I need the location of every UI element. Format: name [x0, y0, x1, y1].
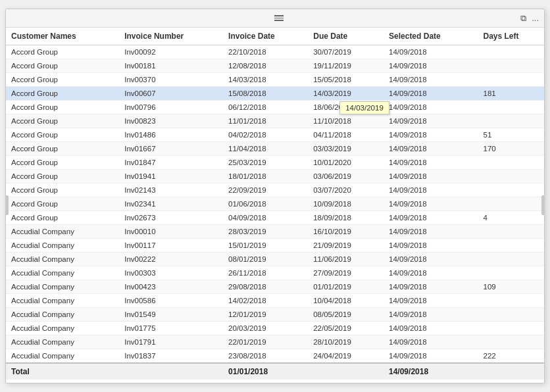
cell-selected-date: 14/09/2018	[384, 45, 478, 59]
cell-days-left	[478, 45, 544, 59]
table-row: Accord GroupInv0009222/10/201830/07/2019…	[6, 45, 544, 59]
cell-invoice: Inv02143	[119, 184, 223, 197]
cell-selected-date: 14/09/2018	[384, 294, 478, 308]
resize-handle-right[interactable]	[541, 195, 544, 215]
cell-customer: Accord Group	[6, 101, 119, 114]
cell-days-left	[478, 73, 544, 87]
cell-invoice: Inv01941	[119, 170, 223, 184]
cell-days-left: 4	[478, 211, 544, 225]
table-row: Accudial CompanyInv0183723/08/201824/04/…	[6, 349, 544, 364]
cell-days-left: 51	[478, 128, 544, 142]
cell-invoice: Inv00117	[119, 239, 223, 253]
cell-days-left	[478, 253, 544, 266]
col-days-left[interactable]: Days Left	[478, 28, 544, 45]
cell-customer: Accord Group	[6, 156, 119, 170]
cell-customer: Accord Group	[6, 73, 119, 87]
col-due-date[interactable]: Due Date	[308, 28, 384, 45]
table-footer-row: Total 01/01/2018 14/09/2018	[6, 363, 544, 380]
footer-label: Total	[6, 363, 119, 380]
cell-invoice-date: 22/10/2018	[223, 45, 308, 59]
cell-selected-date: 14/09/2018	[384, 59, 478, 73]
cell-days-left: 170	[478, 142, 544, 156]
cell-due-date: 10/04/2018	[308, 294, 384, 308]
cell-selected-date: 14/09/2018	[384, 156, 478, 170]
cell-customer: Accord Group	[6, 197, 119, 211]
table-row: Accudial CompanyInv0030326/11/201827/09/…	[6, 266, 544, 280]
cell-invoice-date: 22/01/2019	[223, 335, 308, 349]
cell-customer: Accord Group	[6, 211, 119, 225]
cell-invoice-date: 28/03/2019	[223, 225, 308, 239]
cell-invoice-date: 15/01/2019	[223, 239, 308, 253]
cell-invoice-date: 08/01/2019	[223, 253, 308, 266]
cell-days-left	[478, 225, 544, 239]
cell-days-left: 181	[478, 87, 544, 101]
cell-due-date: 16/10/2019	[308, 225, 384, 239]
cell-invoice: Inv01847	[119, 156, 223, 170]
cell-invoice: Inv01486	[119, 128, 223, 142]
footer-empty3	[478, 363, 544, 380]
table-row: Accudial CompanyInv0179122/01/201928/10/…	[6, 335, 544, 349]
cell-selected-date: 14/09/2018	[384, 101, 478, 114]
cell-customer: Accudial Company	[6, 308, 119, 322]
cell-invoice-date: 25/03/2019	[223, 156, 308, 170]
cell-days-left	[478, 239, 544, 253]
cell-due-date: 03/03/2019	[308, 142, 384, 156]
cell-due-date: 19/11/2019	[308, 59, 384, 73]
cell-due-date: 18/06/2019	[308, 101, 384, 114]
cell-invoice-date: 20/03/2019	[223, 322, 308, 335]
cell-customer: Accord Group	[6, 114, 119, 128]
cell-due-date: 11/10/2018	[308, 114, 384, 128]
cell-invoice-date: 11/04/2018	[223, 142, 308, 156]
col-customer-names[interactable]: Customer Names	[6, 28, 119, 45]
cell-selected-date: 14/09/2018	[384, 322, 478, 335]
footer-empty1	[119, 363, 223, 380]
cell-invoice-date: 26/11/2018	[223, 266, 308, 280]
col-selected-date[interactable]: Selected Date	[384, 28, 478, 45]
table-row: Accudial CompanyInv0058614/02/201810/04/…	[6, 294, 544, 308]
cell-customer: Accord Group	[6, 184, 119, 197]
hamburger-icon[interactable]	[274, 15, 284, 21]
cell-invoice: Inv00181	[119, 59, 223, 73]
cell-invoice-date: 14/03/2018	[223, 73, 308, 87]
table-row: Accord GroupInv0267304/09/201818/09/2018…	[6, 211, 544, 225]
cell-due-date: 08/05/2019	[308, 308, 384, 322]
col-invoice-number[interactable]: Invoice Number	[119, 28, 223, 45]
cell-invoice: Inv00586	[119, 294, 223, 308]
cell-due-date: 10/01/2020	[308, 156, 384, 170]
main-window: ⧉ ... Customer Names Invoice Number Invo…	[5, 9, 545, 383]
cell-due-date: 21/09/2019	[308, 239, 384, 253]
cell-days-left	[478, 266, 544, 280]
cell-days-left	[478, 184, 544, 197]
cell-customer: Accord Group	[6, 45, 119, 59]
cell-due-date: 03/06/2019	[308, 170, 384, 184]
cell-invoice-date: 06/12/2018	[223, 101, 308, 114]
cell-invoice-date: 12/08/2018	[223, 59, 308, 73]
table-row: Accudial CompanyInv0177520/03/201922/05/…	[6, 322, 544, 335]
more-icon[interactable]: ...	[532, 13, 539, 23]
table-container: Customer Names Invoice Number Invoice Da…	[6, 28, 544, 383]
cell-selected-date: 14/09/2018	[384, 184, 478, 197]
cell-selected-date: 14/09/2018	[384, 142, 478, 156]
cell-days-left	[478, 308, 544, 322]
cell-invoice: Inv00823	[119, 114, 223, 128]
col-invoice-date[interactable]: Invoice Date	[223, 28, 308, 45]
cell-due-date: 27/09/2019	[308, 266, 384, 280]
expand-icon[interactable]: ⧉	[520, 13, 526, 24]
table-row: Accord GroupInv0148604/02/201804/11/2018…	[6, 128, 544, 142]
table-row: Accord GroupInv0018112/08/201819/11/2019…	[6, 59, 544, 73]
cell-days-left	[478, 322, 544, 335]
cell-invoice: Inv00222	[119, 253, 223, 266]
cell-days-left	[478, 197, 544, 211]
cell-days-left	[478, 170, 544, 184]
cell-due-date: 22/05/2019	[308, 322, 384, 335]
cell-invoice: Inv00607	[119, 87, 223, 101]
cell-invoice-date: 14/02/2018	[223, 294, 308, 308]
topbar-right: ⧉ ...	[520, 13, 539, 24]
cell-customer: Accudial Company	[6, 239, 119, 253]
cell-invoice: Inv01549	[119, 308, 223, 322]
resize-handle-left[interactable]	[6, 195, 9, 215]
cell-customer: Accudial Company	[6, 335, 119, 349]
table-row: Accudial CompanyInv0001028/03/201916/10/…	[6, 225, 544, 239]
cell-days-left	[478, 294, 544, 308]
cell-due-date: 10/09/2018	[308, 197, 384, 211]
